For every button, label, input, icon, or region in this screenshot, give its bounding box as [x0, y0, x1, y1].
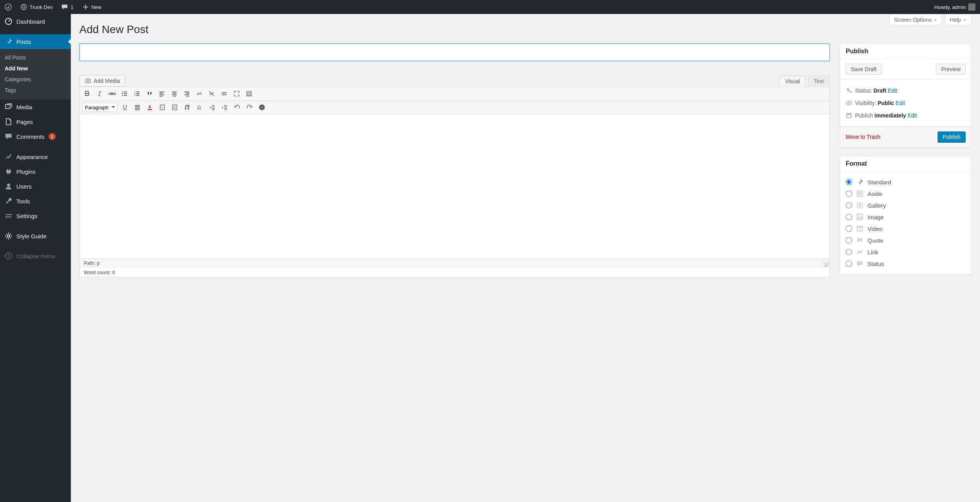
editor: ABC 123 Paragraph — [79, 87, 830, 277]
pages-icon — [5, 118, 12, 126]
help-tab[interactable]: Help▼ — [945, 15, 971, 25]
align-right-button[interactable] — [182, 89, 192, 99]
justify-button[interactable] — [132, 102, 142, 112]
italic-button[interactable] — [95, 89, 105, 99]
post-title-input[interactable] — [79, 44, 830, 61]
svg-point-36 — [859, 262, 860, 263]
more-button[interactable] — [219, 89, 229, 99]
clear-format-button[interactable] — [182, 102, 192, 112]
menu-settings[interactable]: Settings — [0, 208, 71, 223]
plugins-icon — [5, 168, 12, 175]
path-label: Path: — [84, 260, 95, 266]
svg-rect-29 — [860, 203, 862, 205]
format-status[interactable]: Status — [846, 258, 966, 269]
publish-button[interactable]: Publish — [938, 131, 966, 142]
svg-text:Ω: Ω — [197, 105, 201, 110]
svg-text:W: W — [173, 106, 176, 109]
edit-publish-link[interactable]: Edit — [908, 112, 917, 119]
comment-icon — [61, 3, 68, 10]
tools-icon — [5, 197, 12, 205]
collapse-menu[interactable]: Collapse menu — [0, 248, 71, 263]
undo-button[interactable] — [232, 102, 242, 112]
svg-rect-26 — [847, 114, 851, 117]
menu-appearance[interactable]: Appearance — [0, 149, 71, 164]
svg-point-35 — [858, 262, 859, 263]
wordpress-icon — [5, 3, 12, 10]
edit-status-link[interactable]: Edit — [888, 87, 897, 94]
unlink-button[interactable] — [207, 89, 217, 99]
menu-tools[interactable]: Tools — [0, 194, 71, 208]
topbar-new[interactable]: New — [82, 3, 102, 10]
eye-icon — [846, 100, 852, 106]
help-button[interactable]: ? — [257, 102, 267, 112]
wp-logo[interactable] — [5, 3, 12, 10]
submenu-all-posts[interactable]: All Posts — [0, 52, 71, 63]
menu-plugins[interactable]: Plugins — [0, 164, 71, 179]
align-center-button[interactable] — [169, 89, 179, 99]
preview-button[interactable]: Preview — [936, 64, 966, 75]
howdy-link[interactable]: Howdy, admin — [934, 3, 975, 10]
underline-button[interactable] — [120, 102, 130, 112]
format-aside[interactable]: Aside — [846, 188, 966, 199]
site-link[interactable]: Trunk Dev — [20, 3, 53, 10]
textcolor-button[interactable] — [145, 102, 155, 112]
editor-tab-visual[interactable]: Visual — [779, 75, 806, 87]
format-quote[interactable]: Quote — [846, 234, 966, 246]
link-icon — [856, 248, 864, 256]
home-icon — [20, 3, 27, 10]
ul-button[interactable] — [119, 89, 130, 99]
menu-users[interactable]: Users — [0, 179, 71, 194]
status-icon — [856, 260, 864, 268]
align-left-button[interactable] — [157, 89, 167, 99]
format-image[interactable]: Image — [846, 211, 966, 223]
format-gallery[interactable]: Gallery — [846, 199, 966, 211]
format-video[interactable]: Video — [846, 223, 966, 234]
fullscreen-button[interactable] — [232, 89, 242, 99]
image-icon — [856, 213, 864, 221]
move-to-trash-link[interactable]: Move to Trash — [846, 134, 880, 140]
outdent-button[interactable] — [207, 102, 217, 112]
paragraph-select[interactable]: Paragraph — [82, 103, 118, 112]
special-char-button[interactable]: Ω — [195, 102, 205, 112]
settings-icon — [5, 212, 12, 220]
format-box: Format Standard Aside — [840, 156, 971, 275]
editor-tab-text[interactable]: Text — [808, 75, 830, 87]
format-standard[interactable]: Standard — [846, 176, 966, 188]
editor-canvas[interactable] — [80, 114, 829, 258]
menu-pages[interactable]: Pages — [0, 114, 71, 129]
chevron-down-icon: ▼ — [963, 18, 967, 22]
link-button[interactable] — [194, 89, 204, 99]
admin-sidebar: Dashboard Posts All Posts Add New Catego… — [0, 14, 71, 502]
plus-icon — [82, 3, 89, 10]
page-title: Add New Post — [79, 19, 971, 36]
format-link[interactable]: Link — [846, 246, 966, 258]
menu-dashboard[interactable]: Dashboard — [0, 14, 71, 29]
paste-text-button[interactable]: T — [157, 102, 167, 112]
admin-topbar: Trunk Dev 1 New Howdy, admin — [0, 0, 980, 14]
howdy-text: Howdy, admin — [934, 4, 966, 10]
submenu-tags[interactable]: Tags — [0, 85, 71, 96]
strike-button[interactable]: ABC — [107, 89, 117, 99]
submenu-categories[interactable]: Categories — [0, 74, 71, 85]
menu-style-guide[interactable]: Style Guide — [0, 229, 71, 243]
bold-button[interactable] — [82, 89, 92, 99]
ol-button[interactable]: 123 — [132, 89, 142, 99]
topbar-comments[interactable]: 1 — [61, 3, 73, 10]
menu-media[interactable]: Media — [0, 100, 71, 114]
screen-options-tab[interactable]: Screen Options▼ — [889, 15, 942, 25]
save-draft-button[interactable]: Save Draft — [846, 64, 882, 75]
svg-point-8 — [87, 80, 89, 82]
menu-posts[interactable]: Posts — [0, 34, 71, 49]
svg-point-7 — [5, 253, 12, 259]
menu-comments[interactable]: Comments 1 — [0, 129, 71, 144]
avatar — [968, 3, 975, 10]
redo-button[interactable] — [244, 102, 255, 112]
paste-word-button[interactable]: W — [170, 102, 180, 112]
toolbar-toggle-button[interactable] — [244, 89, 254, 99]
svg-rect-31 — [860, 206, 862, 208]
submenu-add-new[interactable]: Add New — [0, 63, 71, 74]
add-media-button[interactable]: Add Media — [79, 75, 125, 87]
quote-button[interactable] — [144, 89, 155, 99]
edit-visibility-link[interactable]: Edit — [896, 100, 905, 106]
indent-button[interactable] — [220, 102, 230, 112]
